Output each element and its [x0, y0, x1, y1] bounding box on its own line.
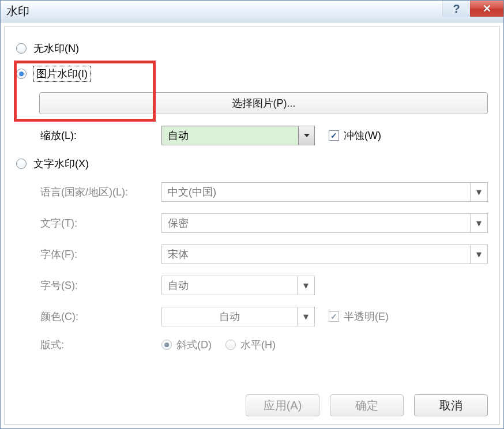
chevron-down-icon: ▾: [476, 217, 482, 229]
cancel-button[interactable]: 取消: [414, 394, 488, 416]
watermark-dialog: 水印 ? ✕ 无水印(N) 图片水印(I) 选择图片(P)...: [0, 0, 504, 429]
text-value: 保密: [162, 216, 470, 230]
dialog-body: 无水印(N) 图片水印(I) 选择图片(P)... 缩放(L): 自动 冲蚀(W…: [4, 26, 500, 425]
titlebar-buttons: ? ✕: [442, 1, 503, 17]
font-row: 字体(F): 宋体 ▾: [16, 244, 488, 264]
dropdown-button[interactable]: [298, 126, 314, 145]
window-title: 水印: [6, 3, 29, 19]
language-combo[interactable]: 中文(中国) ▾: [161, 182, 488, 202]
dialog-footer: 应用(A) 确定 取消: [16, 389, 488, 416]
radio-icon: [16, 43, 27, 54]
text-label: 文字(T):: [40, 216, 161, 230]
chevron-down-icon: ▾: [476, 186, 482, 198]
dropdown-button[interactable]: ▾: [297, 307, 314, 326]
language-value: 中文(中国): [162, 185, 470, 199]
radio-icon: [16, 159, 27, 169]
chevron-down-icon: ▾: [476, 248, 482, 261]
font-combo[interactable]: 宋体 ▾: [161, 244, 488, 264]
ok-label: 确定: [355, 398, 378, 413]
scale-value: 自动: [162, 129, 298, 142]
close-button[interactable]: ✕: [470, 1, 503, 17]
font-value: 宋体: [162, 247, 470, 261]
color-label: 颜色(C):: [40, 310, 161, 323]
no-watermark-label: 无水印(N): [33, 42, 79, 55]
picture-watermark-option[interactable]: 图片水印(I): [16, 66, 488, 82]
radio-icon: [16, 69, 27, 79]
color-combo[interactable]: 自动 ▾: [161, 307, 315, 326]
washout-checkbox[interactable]: [329, 130, 339, 141]
color-row: 颜色(C): 自动 ▾ 半透明(E): [16, 307, 488, 326]
horizontal-option[interactable]: 水平(H): [225, 338, 276, 352]
size-row: 字号(S): 自动 ▾: [16, 276, 488, 295]
picture-watermark-label: 图片水印(I): [33, 66, 91, 82]
select-picture-button[interactable]: 选择图片(P)...: [39, 92, 488, 114]
scale-combo[interactable]: 自动: [161, 126, 315, 145]
apply-button[interactable]: 应用(A): [246, 394, 319, 416]
font-label: 字体(F):: [40, 247, 161, 261]
no-watermark-option[interactable]: 无水印(N): [16, 42, 488, 55]
close-icon: ✕: [483, 2, 491, 15]
apply-label: 应用(A): [264, 398, 302, 413]
layout-label: 版式:: [40, 338, 161, 352]
language-row: 语言(国家/地区)(L): 中文(中国) ▾: [16, 182, 488, 202]
radio-icon: [225, 340, 236, 350]
size-label: 字号(S):: [40, 279, 161, 292]
color-value: 自动: [162, 310, 297, 323]
scale-label: 缩放(L):: [40, 129, 161, 142]
text-combo[interactable]: 保密 ▾: [161, 213, 488, 233]
diagonal-option[interactable]: 斜式(D): [161, 338, 212, 352]
semitransparent-checkbox[interactable]: [329, 311, 339, 322]
text-watermark-label: 文字水印(X): [33, 157, 89, 171]
layout-row: 版式: 斜式(D) 水平(H): [16, 338, 488, 352]
size-combo[interactable]: 自动 ▾: [161, 276, 315, 295]
dropdown-button[interactable]: ▾: [470, 183, 487, 201]
chevron-down-icon: ▾: [303, 279, 309, 292]
language-label: 语言(国家/地区)(L):: [40, 185, 161, 199]
washout-label: 冲蚀(W): [344, 129, 381, 142]
select-picture-label: 选择图片(P)...: [232, 96, 296, 110]
dropdown-button[interactable]: ▾: [470, 214, 487, 232]
dropdown-button[interactable]: ▾: [297, 276, 314, 295]
dropdown-button[interactable]: ▾: [470, 245, 487, 264]
cancel-label: 取消: [439, 398, 462, 413]
scale-row: 缩放(L): 自动 冲蚀(W): [16, 126, 488, 145]
chevron-down-icon: ▾: [303, 310, 309, 323]
titlebar[interactable]: 水印 ? ✕: [1, 1, 503, 22]
diagonal-label: 斜式(D): [176, 338, 212, 352]
layout-options: 斜式(D) 水平(H): [161, 338, 276, 352]
text-row: 文字(T): 保密 ▾: [16, 213, 488, 233]
radio-icon: [161, 340, 172, 350]
text-watermark-option[interactable]: 文字水印(X): [16, 157, 488, 171]
help-button[interactable]: ?: [442, 1, 470, 17]
semitransparent-label: 半透明(E): [344, 310, 389, 323]
size-value: 自动: [162, 279, 297, 292]
chevron-down-icon: [304, 134, 310, 137]
help-icon: ?: [453, 2, 460, 16]
horizontal-label: 水平(H): [240, 338, 276, 352]
ok-button[interactable]: 确定: [330, 394, 404, 416]
